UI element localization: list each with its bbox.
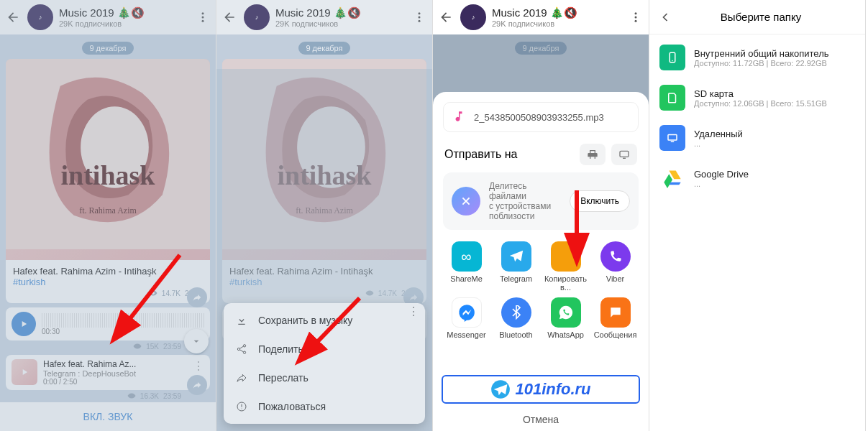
- print-button[interactable]: [580, 144, 606, 165]
- cast-button[interactable]: [611, 144, 637, 165]
- app-messages[interactable]: Сообщения: [592, 297, 639, 339]
- nearby-share-card: Делитесь файлами с устройствами поблизос…: [443, 172, 639, 230]
- cancel-button[interactable]: Отмена: [433, 414, 649, 425]
- picker-title: Выберите папку: [664, 11, 858, 23]
- app-messenger[interactable]: Messenger: [443, 297, 490, 339]
- more-menu-button[interactable]: [627, 9, 644, 26]
- filename: 2_5438500508903933255.mp3: [474, 112, 604, 123]
- app-grid: ∞ShareMe Telegram Копировать в... Viber …: [443, 241, 639, 339]
- subscriber-count: 29K подписчиков: [492, 19, 621, 28]
- folder-picker-header: Выберите папку: [649, 0, 865, 34]
- messages-icon: [600, 297, 631, 328]
- app-shareme[interactable]: ∞ShareMe: [443, 241, 490, 292]
- svg-point-15: [635, 17, 637, 19]
- share-sheet: 2_5438500508903933255.mp3 Отправить на Д…: [433, 92, 649, 431]
- screen-3: ♪ Music 2019 🎄🔇 29K подписчиков 9 декабр…: [433, 0, 649, 431]
- telegram-icon: [490, 379, 511, 399]
- music-file-icon: [452, 110, 467, 124]
- phone-storage-icon: [659, 45, 685, 70]
- back-button[interactable]: [437, 9, 454, 26]
- send-to-label: Отправить на: [444, 148, 518, 161]
- app-copy-to[interactable]: Копировать в...: [542, 241, 589, 292]
- whatsapp-icon: [551, 297, 581, 328]
- storage-sd[interactable]: SD картаДоступно: 12.06GB | Всего: 15.51…: [649, 78, 865, 118]
- svg-point-21: [672, 60, 673, 62]
- telegram-icon: [501, 241, 531, 272]
- storage-gdrive[interactable]: Google Drive...: [649, 158, 865, 198]
- app-bluetooth[interactable]: Bluetooth: [493, 297, 539, 339]
- file-preview: 2_5438500508903933255.mp3: [443, 102, 639, 132]
- google-drive-icon: [659, 165, 685, 191]
- svg-point-14: [635, 12, 637, 14]
- viber-icon: [600, 241, 631, 272]
- bluetooth-icon: [501, 297, 531, 328]
- channel-title[interactable]: Music 2019 🎄🔇: [492, 6, 621, 19]
- sd-card-icon: [659, 85, 685, 111]
- screen-1: ♪ Music 2019 🎄🔇 29K подписчиков 9 декабр…: [0, 0, 216, 431]
- svg-rect-18: [623, 158, 626, 159]
- folder-icon: [551, 241, 581, 272]
- svg-rect-17: [620, 151, 629, 157]
- channel-avatar[interactable]: ♪: [460, 4, 486, 30]
- enable-nearby-button[interactable]: Включить: [570, 190, 630, 212]
- tutorial-overlay: [216, 0, 432, 431]
- remote-storage-icon: [659, 125, 685, 151]
- tutorial-overlay: [0, 0, 216, 431]
- app-telegram[interactable]: Telegram: [493, 241, 539, 292]
- storage-remote[interactable]: Удаленный...: [649, 118, 865, 158]
- storage-list: Внутренний общий накопительДоступно: 11.…: [649, 34, 865, 201]
- svg-rect-22: [668, 135, 677, 141]
- shareme-icon: ∞: [452, 241, 482, 272]
- nearby-icon: [452, 187, 480, 216]
- channel-header: ♪ Music 2019 🎄🔇 29K подписчиков: [433, 0, 649, 34]
- app-whatsapp[interactable]: WhatsApp: [542, 297, 589, 339]
- watermark: 101info.ru: [442, 375, 640, 404]
- screen-4: Выберите папку Внутренний общий накопите…: [649, 0, 866, 431]
- svg-point-16: [635, 20, 637, 22]
- app-viber[interactable]: Viber: [592, 241, 639, 292]
- messenger-icon: [452, 297, 482, 328]
- storage-internal[interactable]: Внутренний общий накопительДоступно: 11.…: [649, 37, 865, 78]
- screen-2: ♪ Music 2019 🎄🔇 29K подписчиков 9 декабр…: [216, 0, 433, 431]
